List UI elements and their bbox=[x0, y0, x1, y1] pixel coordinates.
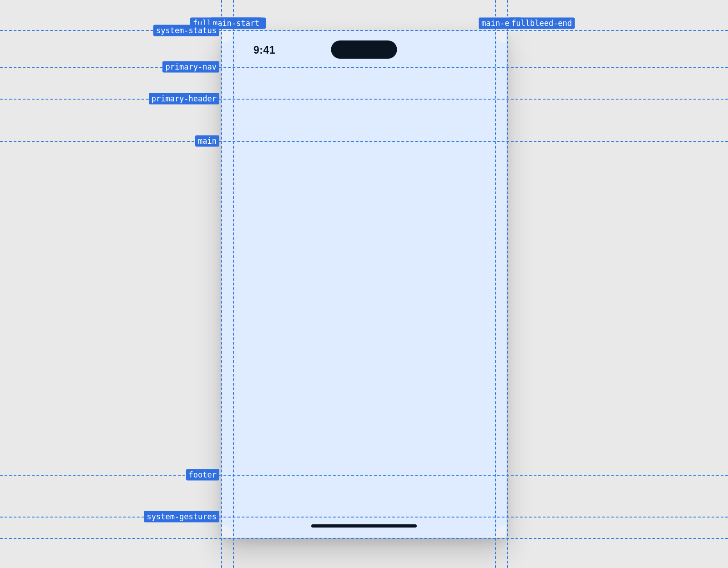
label-primary-nav: primary-nav bbox=[162, 61, 219, 73]
label-fullbleed-end: fullbleed-end bbox=[509, 18, 575, 29]
corner-notch bbox=[494, 30, 506, 43]
label-main: main bbox=[195, 136, 219, 147]
label-footer: footer bbox=[186, 469, 219, 481]
corner-notch bbox=[222, 525, 234, 538]
label-system-status: system-status bbox=[153, 25, 219, 36]
guide-fullbleed-end bbox=[507, 0, 508, 568]
corner-notch bbox=[222, 30, 234, 43]
label-primary-header: primary-header bbox=[149, 93, 219, 105]
guide-bottom bbox=[0, 538, 728, 539]
home-indicator bbox=[311, 524, 417, 528]
phone-frame: 9:41 bbox=[221, 30, 507, 538]
status-time: 9:41 bbox=[253, 44, 275, 56]
corner-notch bbox=[494, 525, 506, 538]
dynamic-island bbox=[331, 40, 397, 59]
label-system-gestures: system-gestures bbox=[144, 511, 219, 523]
